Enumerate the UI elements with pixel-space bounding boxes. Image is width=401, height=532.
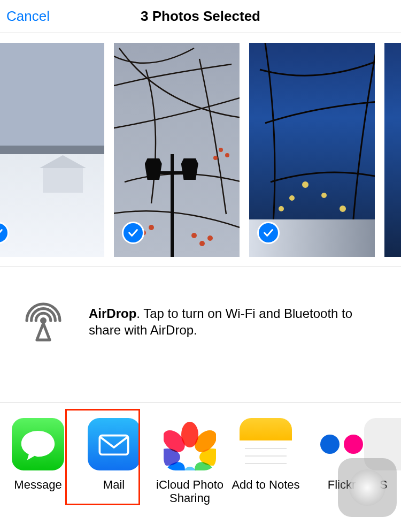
share-app-add-to-notes[interactable]: Add to Notes xyxy=(228,418,304,505)
svg-point-12 xyxy=(279,206,284,211)
svg-point-4 xyxy=(199,241,205,246)
airdrop-section[interactable]: AirDrop. Tap to turn on Wi-Fi and Blueto… xyxy=(0,267,401,403)
mail-icon xyxy=(88,418,140,470)
assistive-touch-button[interactable] xyxy=(338,458,397,517)
photo-thumbnail[interactable] xyxy=(249,43,375,257)
svg-point-8 xyxy=(213,156,218,160)
share-app-mail[interactable]: Mail xyxy=(76,418,152,505)
photo-content xyxy=(145,158,162,180)
svg-point-7 xyxy=(225,153,229,157)
photo-content xyxy=(181,158,198,180)
app-label: Mail xyxy=(103,478,125,491)
selected-photos-row[interactable] xyxy=(0,33,401,267)
airdrop-icon xyxy=(19,297,67,345)
selected-check-icon xyxy=(122,222,144,244)
share-app-icloud-photo-sharing[interactable]: iCloud Photo Sharing xyxy=(152,418,228,505)
page-title: 3 Photos Selected xyxy=(141,8,260,25)
message-icon xyxy=(12,418,64,470)
photo-thumbnail[interactable] xyxy=(384,43,401,257)
svg-point-3 xyxy=(191,233,197,238)
svg-point-13 xyxy=(340,206,346,212)
photo-thumbnail[interactable] xyxy=(0,43,104,257)
photos-icon xyxy=(164,418,216,470)
cancel-button[interactable]: Cancel xyxy=(6,8,50,25)
svg-point-5 xyxy=(207,235,213,241)
svg-point-6 xyxy=(219,148,223,152)
photo-content xyxy=(171,154,174,257)
assistive-touch-icon xyxy=(349,469,385,506)
app-label: iCloud Photo Sharing xyxy=(152,478,228,505)
svg-point-9 xyxy=(302,181,309,188)
svg-point-11 xyxy=(321,193,327,198)
share-app-message[interactable]: Message xyxy=(0,418,76,505)
airdrop-description: AirDrop. Tap to turn on Wi-Fi and Blueto… xyxy=(89,297,382,338)
notes-icon xyxy=(240,418,292,470)
app-label: Add to Notes xyxy=(232,478,299,491)
app-label: Message xyxy=(14,478,61,491)
photo-content xyxy=(43,167,83,193)
svg-point-10 xyxy=(289,195,295,201)
selected-check-icon xyxy=(257,222,280,244)
svg-rect-15 xyxy=(99,436,128,455)
airdrop-label-bold: AirDrop xyxy=(89,306,136,321)
photo-thumbnail[interactable] xyxy=(114,43,240,257)
share-sheet-header: Cancel 3 Photos Selected xyxy=(0,0,401,33)
selected-check-icon xyxy=(0,222,9,244)
svg-point-2 xyxy=(149,225,154,230)
